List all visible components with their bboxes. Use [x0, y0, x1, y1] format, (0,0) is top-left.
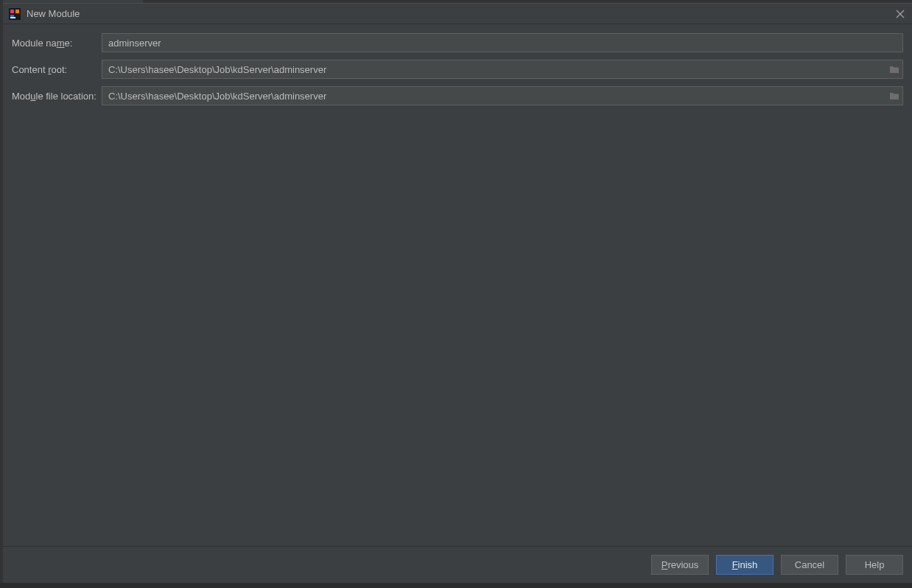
close-icon[interactable] [894, 8, 906, 20]
svg-rect-4 [10, 17, 15, 18]
folder-browse-icon[interactable] [886, 60, 902, 78]
cancel-button[interactable]: Cancel [781, 555, 838, 575]
svg-rect-1 [10, 10, 14, 13]
module-name-input[interactable] [102, 34, 902, 52]
module-file-location-input-wrap [102, 86, 903, 105]
content-root-row: Content root: [12, 60, 903, 79]
module-name-row: Module name: [12, 33, 903, 52]
dialog-title: New Module [27, 8, 894, 19]
help-button[interactable]: Help [846, 555, 903, 575]
finish-button[interactable]: Finish [716, 555, 774, 575]
module-name-label: Module name: [12, 38, 102, 49]
folder-browse-icon[interactable] [886, 87, 902, 105]
window-bottom-strip [0, 583, 912, 588]
content-root-label: Content root: [12, 64, 102, 75]
dialog-content: Module name: Content root: Module f [3, 24, 912, 546]
intellij-icon [9, 8, 21, 20]
module-name-input-wrap [102, 33, 903, 52]
module-file-location-label: Module file location: [12, 91, 102, 102]
svg-rect-2 [15, 10, 19, 13]
title-bar: New Module [3, 4, 912, 24]
previous-button[interactable]: Previous [651, 555, 709, 575]
module-file-location-input[interactable] [102, 87, 886, 105]
content-root-input[interactable] [102, 60, 886, 78]
new-module-dialog: New Module Module name: Content root: [3, 3, 912, 583]
content-root-input-wrap [102, 60, 903, 79]
dialog-footer: Previous Finish Cancel Help [3, 546, 912, 583]
module-file-location-row: Module file location: [12, 86, 903, 105]
